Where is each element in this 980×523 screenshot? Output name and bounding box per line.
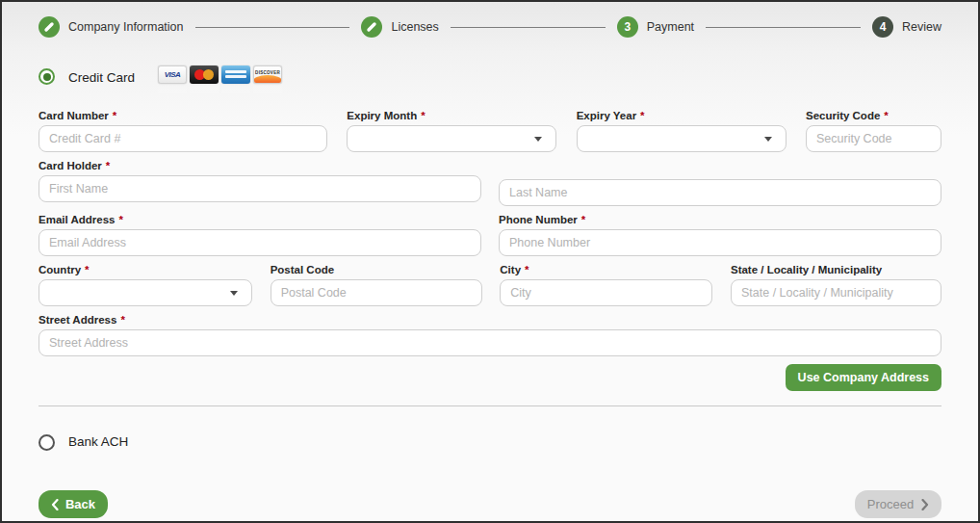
- expiry-month-select[interactable]: [347, 125, 556, 152]
- step-company-information[interactable]: Company Information: [39, 16, 184, 38]
- logo-reflection: VISA: [158, 85, 187, 93]
- credit-card-label: Credit Card: [68, 70, 135, 85]
- chevron-down-icon: [230, 291, 238, 296]
- step-review: 4 Review: [872, 16, 941, 38]
- section-divider: [39, 405, 941, 406]
- checkout-stepper: Company Information Licenses 3 Payment 4…: [39, 16, 941, 38]
- logo-reflection: DISCOVER: [253, 85, 282, 93]
- first-name-input[interactable]: [39, 175, 481, 202]
- mastercard-logo: [190, 65, 219, 93]
- stepper-connector: [195, 27, 350, 28]
- required-asterisk: *: [118, 214, 122, 225]
- back-button-label: Back: [65, 497, 95, 511]
- expiry-year-select[interactable]: [577, 125, 787, 152]
- bank-ach-method-row: Bank ACH: [39, 431, 941, 451]
- required-asterisk: *: [421, 110, 425, 121]
- street-address-input[interactable]: [39, 329, 941, 356]
- spacer-label: [499, 160, 941, 175]
- postal-code-label: Postal Code: [271, 264, 482, 275]
- step-label: Payment: [647, 20, 694, 34]
- step-label: Company Information: [68, 20, 184, 34]
- phone-number-input[interactable]: [499, 229, 941, 256]
- chevron-right-icon: [921, 499, 929, 510]
- last-name-input[interactable]: [499, 179, 941, 206]
- back-button[interactable]: Back: [39, 490, 108, 518]
- stepper-connector: [706, 27, 861, 28]
- country-select[interactable]: [39, 279, 252, 306]
- phone-number-label: Phone Number*: [499, 214, 941, 225]
- chevron-down-icon: [764, 137, 772, 142]
- postal-code-input[interactable]: [271, 279, 482, 306]
- discover-logo: DISCOVER DISCOVER: [253, 65, 282, 93]
- card-brand-logos: VISA VISA DISCOVER DISCOVER: [158, 65, 282, 93]
- bank-ach-label: Bank ACH: [68, 434, 128, 449]
- step-licenses[interactable]: Licenses: [361, 16, 438, 38]
- step-payment[interactable]: 3 Payment: [617, 16, 694, 38]
- stepper-connector: [451, 27, 606, 28]
- street-address-label: Street Address*: [39, 314, 941, 326]
- security-code-input[interactable]: [806, 125, 941, 152]
- card-number-input[interactable]: [39, 125, 327, 152]
- card-number-label: Card Number*: [39, 110, 327, 121]
- radio-selected-dot: [43, 73, 51, 81]
- proceed-button[interactable]: Proceed: [855, 490, 941, 518]
- expiry-year-label: Expiry Year*: [577, 110, 787, 121]
- credit-card-radio[interactable]: [39, 68, 55, 85]
- bank-ach-radio[interactable]: [39, 434, 55, 451]
- email-address-input[interactable]: [39, 229, 481, 256]
- footer-actions: Back Proceed: [39, 490, 941, 518]
- email-address-label: Email Address*: [39, 214, 481, 225]
- credit-card-method-row: Credit Card VISA VISA DISCOVER DISCOVER: [39, 65, 941, 100]
- expiry-month-label: Expiry Month*: [347, 110, 556, 121]
- step-number: 4: [880, 20, 887, 34]
- visa-logo: VISA VISA: [158, 65, 187, 93]
- required-asterisk: *: [884, 110, 888, 121]
- pencil-icon: [39, 16, 60, 38]
- logo-reflection: [221, 85, 250, 93]
- city-label: City*: [500, 264, 712, 275]
- chevron-left-icon: [51, 499, 59, 510]
- step-label: Review: [902, 20, 941, 34]
- step-number-badge: 4: [872, 16, 893, 38]
- amex-logo: [221, 65, 250, 93]
- step-label: Licenses: [391, 20, 438, 34]
- security-code-label: Security Code*: [806, 110, 941, 121]
- proceed-button-label: Proceed: [867, 497, 914, 511]
- required-asterisk: *: [581, 214, 585, 225]
- card-holder-label: Card Holder*: [39, 160, 481, 171]
- logo-reflection: [190, 85, 219, 93]
- country-label: Country*: [39, 264, 252, 275]
- step-number: 3: [624, 20, 631, 34]
- required-asterisk: *: [106, 160, 110, 171]
- city-input[interactable]: [500, 279, 712, 306]
- required-asterisk: *: [525, 264, 529, 275]
- required-asterisk: *: [640, 110, 644, 121]
- state-label: State / Locality / Municipality: [731, 264, 941, 275]
- required-asterisk: *: [113, 110, 116, 121]
- required-asterisk: *: [120, 314, 124, 326]
- pencil-icon: [361, 16, 382, 38]
- state-input[interactable]: [731, 279, 941, 306]
- required-asterisk: *: [85, 264, 89, 275]
- step-number-badge: 3: [617, 16, 638, 38]
- visa-text: VISA: [165, 70, 181, 79]
- chevron-down-icon: [534, 137, 542, 142]
- use-company-address-button[interactable]: Use Company Address: [786, 364, 941, 391]
